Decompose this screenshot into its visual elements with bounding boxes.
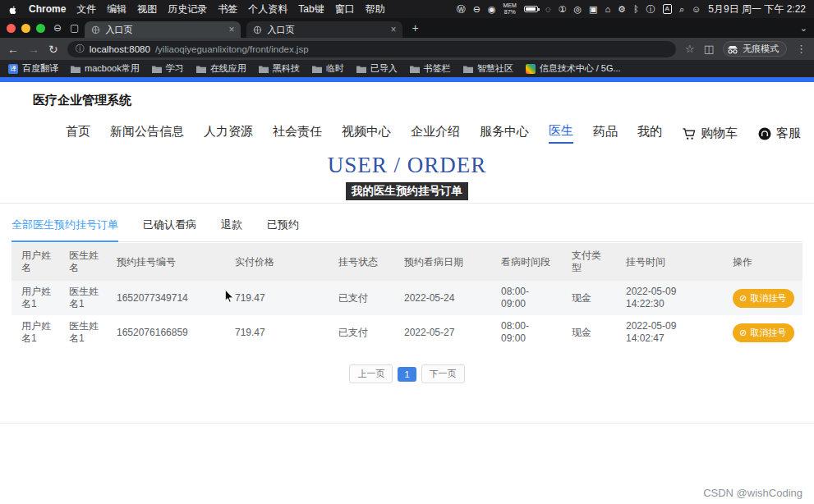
prohibit-icon: ⊘ [739,294,747,303]
apple-logo-icon[interactable] [8,3,18,16]
tab-close-icon[interactable]: × [228,24,234,35]
col-pay-type: 支付类型 [562,243,616,281]
status-notification-icon[interactable]: ◌ [545,5,551,14]
menubar-item-bookmarks[interactable]: 书签 [218,2,237,16]
status-search-icon[interactable]: ⌕ [679,5,684,14]
tab-close-icon[interactable]: × [390,24,396,35]
bookmark-label: 临时 [326,62,344,75]
folder-icon [410,65,420,73]
cell-visit-date: 2022-05-24 [394,281,491,315]
bookmark-item[interactable]: 学习 [152,62,184,75]
cell-doctor: 医生姓名1 [59,281,107,315]
split-view-icon[interactable]: ◫ [704,43,714,55]
order-tabs: 全部医生预约挂号订单 已确认看病 退款 已预约 [11,210,803,242]
status-settings-icon[interactable]: ⚙ [618,5,626,14]
browser-tab-2[interactable]: 入口页 × [246,21,402,38]
menubar-item-edit[interactable]: 编辑 [107,2,126,16]
address-bar[interactable]: ⓘ localhost:8080 /yiliaoqiyeguanlixitong… [67,41,676,57]
status-window-icon[interactable]: Ⓦ [457,5,466,14]
input-source-icon[interactable]: A [663,4,672,14]
browser-tab-1[interactable]: 入口页 × [85,21,241,38]
url-host: localhost:8080 [90,44,150,54]
status-user-icon[interactable]: ☺ [692,5,701,14]
menubar-clock[interactable]: 5月9日 周一 下午 2:22 [708,2,806,16]
browser-menu-icon[interactable]: ⋮ [796,43,807,55]
status-bluetooth-icon[interactable]: ᛒ [633,5,639,14]
col-user: 用户姓名 [11,243,59,281]
back-button[interactable]: ← [7,44,19,55]
nav-item-company[interactable]: 企业介绍 [411,124,460,143]
status-display-icon[interactable]: ▣ [589,5,597,14]
new-tab-button[interactable]: + [412,21,418,34]
nav-item-service-center[interactable]: 服务中心 [480,124,529,143]
battery-icon[interactable] [524,6,538,12]
menubar-item-view[interactable]: 视图 [137,2,157,16]
mouse-cursor [224,289,235,304]
memory-value: 87% [504,9,516,16]
menubar-item-file[interactable]: 文件 [76,2,96,16]
bookmark-item[interactable]: 已导入 [356,62,398,75]
cell-order-no: 1652077349714 [107,281,225,315]
menubar-item-profiles[interactable]: 个人资料 [248,2,287,16]
status-info-icon[interactable]: ⓘ [646,5,655,14]
status-target-icon[interactable]: ◎ [573,5,582,14]
pagination: 上一页 1 下一页 [0,364,814,383]
customer-service-button[interactable]: 客服 [757,126,801,141]
nav-item-drug[interactable]: 药品 [593,124,618,143]
status-one-icon[interactable]: ① [559,5,567,14]
status-record-icon[interactable]: ◉ [488,5,496,14]
nav-item-doctor[interactable]: 医生 [549,123,573,144]
headset-icon [757,126,772,141]
baidu-translate-icon: 译 [8,64,18,74]
tab-overview-icon[interactable]: ▢ [70,22,79,34]
menubar-item-window[interactable]: 窗口 [335,2,355,16]
divider [0,423,814,424]
cancel-registration-button[interactable]: ⊘ 取消挂号 [733,289,794,308]
site-info-icon[interactable]: ⓘ [76,43,85,55]
pagination-prev-button[interactable]: 上一页 [349,364,393,383]
bookmark-item[interactable]: 书签栏 [410,62,451,75]
nav-item-mine[interactable]: 我的 [637,124,662,143]
folder-icon [196,65,206,73]
cancel-registration-button[interactable]: ⊘ 取消挂号 [733,323,794,342]
folder-icon [356,65,366,73]
status-home-icon[interactable]: ⌂ [605,5,610,14]
bookmark-item[interactable]: 在线应用 [196,62,246,75]
nav-item-video[interactable]: 视频中心 [342,124,391,143]
pagination-next-button[interactable]: 下一页 [421,364,465,383]
nav-item-social[interactable]: 社会责任 [273,124,322,143]
menubar-item-history[interactable]: 历史记录 [168,2,207,16]
tab-reserved[interactable]: 已预约 [267,210,299,241]
bookmark-item[interactable]: 黑科技 [259,62,300,75]
bookmark-item[interactable]: 临时 [312,62,344,75]
menubar-app-name[interactable]: Chrome [29,3,66,15]
macos-menubar: Chrome 文件 编辑 视图 历史记录 书签 个人资料 Tab键 窗口 帮助 … [0,0,814,18]
bookmark-item[interactable]: 信息技术中心 / 5G... [526,62,621,75]
tab-title: 入口页 [105,24,223,36]
tab-all-orders[interactable]: 全部医生预约挂号订单 [11,210,118,242]
forward-button[interactable]: → [28,44,39,55]
window-minimize-button[interactable] [21,24,30,33]
menubar-item-tab[interactable]: Tab键 [298,2,324,16]
tab-confirmed[interactable]: 已确认看病 [143,210,196,241]
menubar-item-help[interactable]: 帮助 [366,2,385,16]
rainbow-site-icon [526,64,536,74]
cart-button[interactable]: 购物车 [682,126,738,141]
bookmark-item[interactable]: macbook常用 [71,62,140,75]
nav-item-news[interactable]: 新闻公告信息 [110,124,184,143]
tab-list-chevron-icon[interactable]: ⌄ [800,23,807,34]
bookmark-item[interactable]: 智慧社区 [463,62,513,75]
pagination-current-page[interactable]: 1 [398,367,416,382]
window-zoom-button[interactable] [36,24,45,33]
bookmark-item[interactable]: 译 百度翻译 [8,62,58,75]
window-close-button[interactable] [7,24,16,33]
menubar-status-area: Ⓦ ⊖ ◉ MEM 87% ◌ ① ◎ ▣ ⌂ ⚙ ᛒ ⓘ A ⌕ ☺ 5月9日… [457,2,806,16]
tab-refund[interactable]: 退款 [221,210,242,241]
nav-item-home[interactable]: 首页 [66,124,90,143]
reload-button[interactable]: ↻ [48,44,58,55]
status-incognito-icon[interactable]: ⊖ [473,5,481,14]
cell-time-slot: 08:00-09:00 [491,281,562,315]
bookmark-star-icon[interactable]: ☆ [685,43,695,55]
memory-status[interactable]: MEM 87% [504,2,517,16]
nav-item-hr[interactable]: 人力资源 [204,124,253,143]
